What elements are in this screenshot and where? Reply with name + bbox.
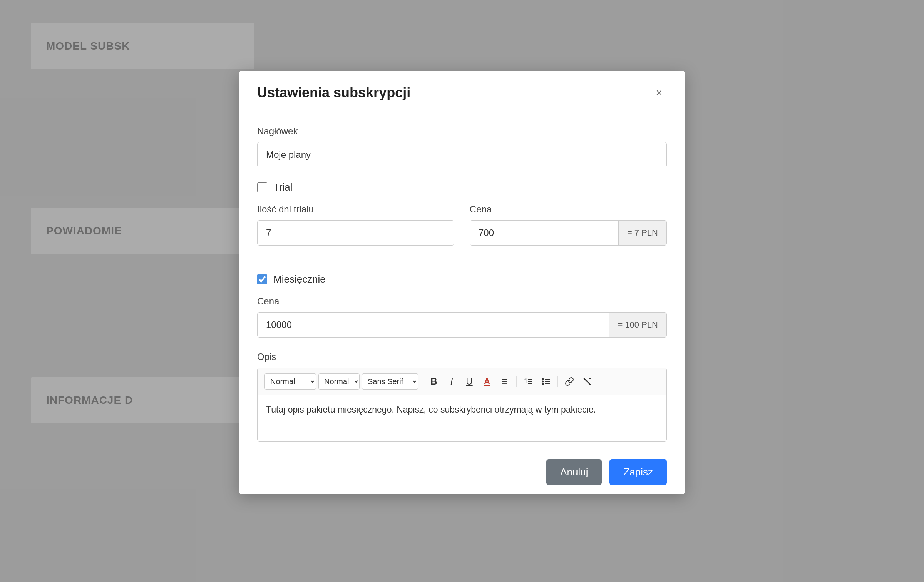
opis-content: Tutaj opis pakietu miesięcznego. Napisz,… — [266, 405, 596, 415]
miesiecznie-checkbox[interactable] — [257, 274, 267, 284]
toolbar-color-button[interactable]: A — [479, 375, 495, 388]
toolbar-link-button[interactable] — [562, 375, 577, 388]
cena-miesiecznie-suffix: = 100 PLN — [609, 313, 666, 337]
toolbar-clear-format-button[interactable]: T — [579, 375, 595, 388]
miesiecznie-checkbox-row: Miesięcznie — [257, 273, 667, 285]
cena-miesiecznie-label: Cena — [257, 296, 667, 307]
cena-miesiecznie-input-group: = 100 PLN — [257, 312, 667, 338]
cena-miesiecznie-input[interactable] — [258, 313, 609, 337]
trial-cena-input[interactable] — [470, 221, 618, 245]
modal-footer: Anuluj Zapisz — [239, 450, 685, 494]
save-button[interactable]: Zapisz — [609, 459, 667, 485]
toolbar-font-select[interactable]: Sans Serif Serif Monospace — [362, 373, 418, 390]
trial-days-label: Ilość dni trialu — [257, 204, 454, 215]
svg-point-6 — [542, 383, 544, 385]
modal-title: Ustawienia subskrypcji — [257, 85, 410, 101]
trial-cena-input-group: = 7 PLN — [470, 220, 667, 246]
modal-close-button[interactable]: × — [651, 85, 667, 100]
trial-checkbox[interactable] — [257, 182, 267, 192]
toolbar-style-select[interactable]: Normal Heading 1 Heading 2 Heading 3 — [264, 373, 316, 390]
trial-cena-section: Cena = 7 PLN — [470, 204, 667, 246]
svg-text:T: T — [584, 379, 588, 385]
trial-cena-label: Cena — [470, 204, 667, 215]
trial-checkbox-label[interactable]: Trial — [273, 181, 293, 193]
toolbar-ordered-list-button[interactable]: 1. — [521, 375, 536, 388]
toolbar-unordered-list-button[interactable] — [538, 375, 554, 388]
subscription-settings-modal: Ustawienia subskrypcji × Nagłówek Trial … — [239, 71, 685, 494]
opis-textarea[interactable]: Tutaj opis pakietu miesięcznego. Napisz,… — [257, 395, 667, 442]
header-label: Nagłówek — [257, 126, 667, 137]
trial-cena-suffix: = 7 PLN — [618, 221, 666, 245]
clear-format-icon: T — [583, 377, 592, 386]
link-icon — [565, 377, 574, 386]
toolbar-divider-1 — [422, 376, 422, 387]
toolbar-bold-button[interactable]: B — [426, 375, 442, 388]
header-section: Nagłówek — [257, 126, 667, 167]
opis-label: Opis — [257, 351, 667, 362]
ordered-list-icon: 1. — [524, 377, 532, 386]
toolbar-divider-2 — [516, 376, 517, 387]
trial-checkbox-row: Trial — [257, 181, 667, 193]
header-input[interactable] — [257, 142, 667, 167]
svg-point-4 — [542, 378, 544, 380]
modal-body: Nagłówek Trial Ilość dni trialu Cena = 7… — [239, 112, 685, 450]
toolbar-divider-3 — [557, 376, 558, 387]
cena-miesiecznie-section: Cena = 100 PLN — [257, 296, 667, 338]
toolbar-italic-button[interactable]: I — [444, 375, 459, 388]
trial-fields: Ilość dni trialu Cena = 7 PLN — [257, 204, 667, 259]
unordered-list-icon — [542, 377, 550, 386]
modal-header: Ustawienia subskrypcji × — [239, 71, 685, 112]
toolbar-size-select[interactable]: Normal Small Large — [318, 373, 360, 390]
trial-days-input[interactable] — [257, 220, 454, 246]
cancel-button[interactable]: Anuluj — [546, 459, 602, 485]
opis-section: Opis Normal Heading 1 Heading 2 Heading … — [257, 351, 667, 442]
rich-text-toolbar: Normal Heading 1 Heading 2 Heading 3 Nor… — [257, 368, 667, 395]
trial-days-section: Ilość dni trialu — [257, 204, 454, 246]
toolbar-underline-button[interactable]: U — [462, 375, 477, 388]
miesiecznie-checkbox-label[interactable]: Miesięcznie — [273, 273, 326, 285]
svg-point-5 — [542, 381, 544, 383]
toolbar-align-button[interactable]: ≡ — [497, 375, 512, 388]
